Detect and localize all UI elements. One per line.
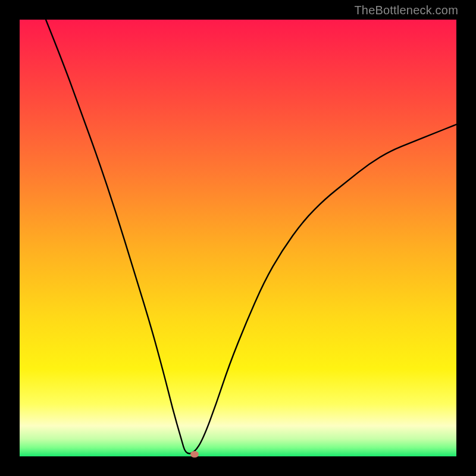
bottleneck-curve xyxy=(20,20,456,456)
optimal-point-marker xyxy=(190,451,199,458)
chart-frame: TheBottleneck.com xyxy=(0,0,476,476)
watermark-text: TheBottleneck.com xyxy=(354,4,458,17)
